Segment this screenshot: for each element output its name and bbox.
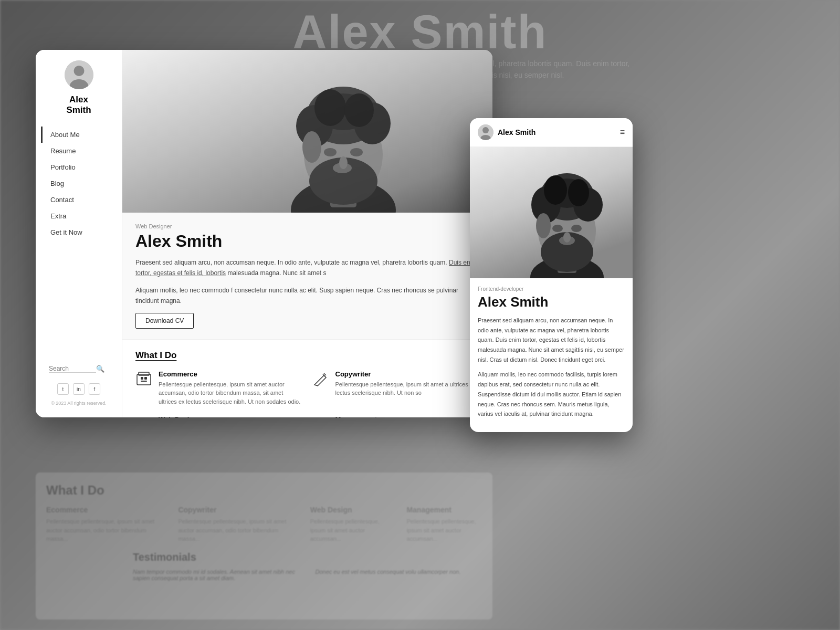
mobile-role: Frontend-developer [478, 286, 625, 292]
bg-service-desc-1: Pellentesque pellentesque, ipsum sit ame… [46, 517, 157, 543]
bg-service-title-2: Copywriter [178, 506, 289, 514]
mobile-portrait [514, 152, 620, 278]
webdesign-icon [135, 415, 152, 417]
linkedin-button[interactable]: in [73, 383, 85, 395]
bg-service-desc-3: Pellentesque pellentesque, ipsum sit ame… [310, 517, 386, 543]
hero-image [122, 50, 492, 213]
mobile-header-left: Alex Smith [478, 124, 536, 140]
search-input[interactable] [49, 365, 96, 373]
mobile-menu-button[interactable]: ≡ [620, 128, 625, 137]
svg-point-1 [74, 66, 84, 76]
svg-point-40 [482, 127, 489, 133]
sidebar-nav: About Me Resume Portfolio Blog Contact E… [41, 127, 117, 240]
download-cv-button[interactable]: Download CV [135, 313, 194, 329]
copywriter-icon [312, 370, 329, 387]
search-button[interactable]: 🔍 [96, 365, 104, 373]
svg-point-51 [568, 179, 589, 206]
main-content: Web Designer Alex Smith Praesent sed ali… [122, 50, 492, 417]
ecommerce-icon [135, 370, 152, 387]
bg-testimonial-2: Donec eu est vel metus consequat volu ul… [316, 569, 482, 581]
mobile-avatar [478, 124, 494, 140]
service-ecommerce-desc: Pellentesque pellentesque, ipsum sit ame… [159, 380, 303, 406]
sidebar-item-resume[interactable]: Resume [41, 143, 117, 159]
bg-service-3: Web Design Pellentesque pellentesque, ip… [310, 506, 386, 543]
bg-service-desc-2: Pellentesque pellentesque, ipsum sit ame… [178, 517, 289, 543]
svg-point-13 [324, 148, 337, 156]
svg-rect-21 [144, 377, 147, 380]
mobile-content: Frontend-developer Alex Smith Praesent s… [470, 278, 633, 432]
role-label: Web Designer [135, 223, 479, 229]
sidebar-item-extra[interactable]: Extra [41, 208, 117, 224]
sidebar-item-get-it-now[interactable]: Get it Now [41, 224, 117, 240]
bg-testimonials-row: Nam tempor commodo mi id sodales. Aenean… [133, 569, 482, 581]
bg-testimonial-1: Nam tempor commodo mi id sodales. Aenean… [133, 569, 300, 581]
bg-service-desc-4: Pellentesque pellentesque, ipsum sit ame… [406, 517, 482, 543]
service-management-title: Management [335, 415, 480, 417]
svg-rect-20 [141, 377, 143, 380]
info-panel: Web Designer Alex Smith Praesent sed ali… [122, 213, 492, 340]
bg-testimonials-title: Testimonials [133, 551, 482, 563]
service-copywriter-info: Copywriter Pellentesque pellentesque, ip… [335, 370, 480, 397]
bg-testimonials: Testimonials Nam tempor commodo mi id so… [36, 546, 492, 620]
service-copywriter-title: Copywriter [335, 370, 480, 378]
service-ecommerce-title: Ecommerce [159, 370, 303, 378]
bg-services-row: Ecommerce Pellentesque pellentesque, ips… [46, 506, 482, 543]
svg-point-11 [314, 89, 346, 126]
service-copywriter-desc: Pellentesque pellentesque, ipsum sit ame… [335, 380, 480, 397]
bg-service-title-4: Management [406, 506, 482, 514]
service-copywriter: Copywriter Pellentesque pellentesque, ip… [312, 370, 480, 406]
service-management: Management Pellentesque pellentesque, ip… [312, 415, 480, 417]
sidebar-footer: © 2023 All rights reserved. [51, 400, 107, 407]
sidebar-item-contact[interactable]: Contact [41, 192, 117, 208]
bio-text-1: Praesent sed aliquam arcu, non accumsan … [135, 257, 479, 279]
bio-link[interactable]: Duis enim tortor, egestas et felis id, l… [135, 259, 477, 277]
mobile-name: Alex Smith [478, 294, 625, 310]
person-name: Alex Smith [135, 232, 479, 251]
bg-service-title-1: Ecommerce [46, 506, 157, 514]
bg-service-2: Copywriter Pellentesque pellentesque, ip… [178, 506, 289, 543]
mobile-bio-2: Aliquam mollis, leo nec commodo facilisi… [478, 370, 625, 418]
bio-text-2: Aliquam mollis, leo nec commodo f consec… [135, 285, 479, 307]
bg-what-i-do-title: What I Do [46, 483, 482, 498]
svg-point-56 [536, 213, 551, 238]
mobile-header-name: Alex Smith [498, 128, 536, 136]
sidebar-avatar [65, 60, 93, 89]
svg-point-53 [571, 225, 582, 232]
bg-service-1: Ecommerce Pellentesque pellentesque, ips… [46, 506, 157, 543]
svg-point-55 [563, 232, 571, 243]
what-i-do-section: What I Do Ecommerce [122, 340, 492, 417]
services-grid: Ecommerce Pellentesque pellentesque, ips… [135, 370, 479, 417]
mobile-header: Alex Smith ≡ [470, 118, 633, 147]
service-webdesign-title: Web Design [159, 415, 303, 417]
svg-point-14 [350, 148, 363, 156]
bg-service-title-3: Web Design [310, 506, 386, 514]
sidebar: AlexSmith About Me Resume Portfolio Blog… [36, 50, 122, 417]
mobile-hero-image [470, 147, 633, 278]
service-ecommerce: Ecommerce Pellentesque pellentesque, ips… [135, 370, 303, 406]
svg-point-50 [544, 175, 567, 205]
facebook-button[interactable]: f [89, 383, 100, 395]
sidebar-item-blog[interactable]: Blog [41, 175, 117, 192]
service-webdesign: Web Design Pellentesque pellentesque, ip… [135, 415, 303, 417]
what-i-do-title: What I Do [135, 350, 479, 361]
twitter-button[interactable]: t [57, 383, 69, 395]
portrait-image [254, 55, 433, 213]
svg-rect-19 [139, 372, 149, 375]
mobile-bio-1: Praesent sed aliquam arcu, non accumsan … [478, 316, 625, 364]
svg-rect-18 [137, 374, 151, 385]
sidebar-item-portfolio[interactable]: Portfolio [41, 159, 117, 175]
service-webdesign-info: Web Design Pellentesque pellentesque, ip… [159, 415, 303, 417]
bg-service-4: Management Pellentesque pellentesque, ip… [406, 506, 482, 543]
service-ecommerce-info: Ecommerce Pellentesque pellentesque, ips… [159, 370, 303, 406]
svg-point-16 [339, 156, 348, 169]
mobile-card: Alex Smith ≡ [470, 118, 633, 432]
social-row: t in f [57, 383, 100, 395]
sidebar-name: AlexSmith [66, 94, 91, 116]
sidebar-item-about[interactable]: About Me [41, 127, 117, 143]
svg-rect-22 [141, 381, 147, 382]
svg-point-17 [302, 131, 321, 163]
management-icon [312, 415, 329, 417]
service-management-info: Management Pellentesque pellentesque, ip… [335, 415, 480, 417]
desktop-card: AlexSmith About Me Resume Portfolio Blog… [36, 50, 492, 417]
search-row: 🔍 [41, 362, 117, 375]
